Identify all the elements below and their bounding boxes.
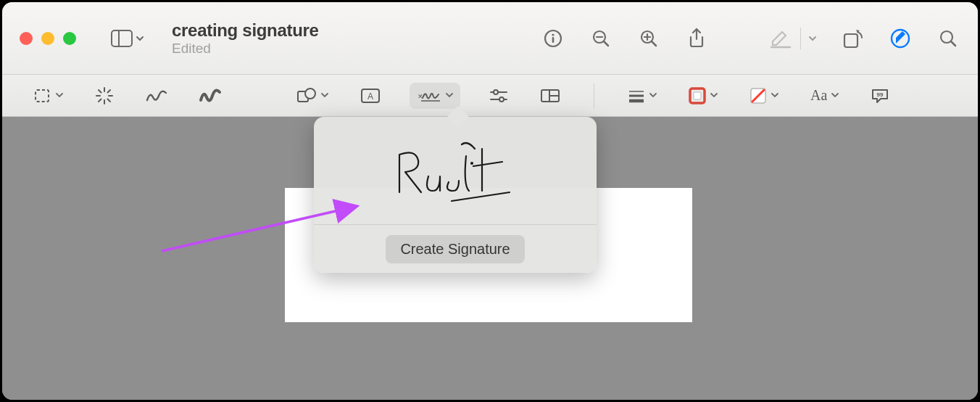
svg-line-26 (99, 99, 101, 102)
signature-glyph (386, 134, 524, 207)
search-icon (938, 28, 958, 49)
document-title-block: creating signature Edited (172, 20, 319, 57)
highlight-button[interactable] (768, 26, 793, 51)
close-window-button[interactable] (20, 32, 33, 45)
border-color-icon (689, 87, 706, 104)
svg-rect-4 (552, 37, 555, 43)
share-icon (687, 28, 706, 49)
document-status: Edited (172, 41, 319, 57)
canvas-area[interactable]: Create Signature (2, 117, 978, 400)
sign-button[interactable]: ✕ (410, 83, 460, 109)
svg-text:99: 99 (877, 91, 884, 98)
app-window: creating signature Edited (2, 2, 978, 400)
markup-toolbar: A ✕ (2, 75, 978, 117)
shapes-icon (296, 87, 317, 104)
svg-rect-18 (36, 90, 49, 102)
draw-icon (199, 89, 221, 103)
svg-line-23 (99, 90, 101, 93)
svg-line-25 (108, 90, 111, 93)
info-button[interactable] (541, 26, 565, 51)
svg-rect-14 (844, 34, 858, 47)
chevron-down-icon (771, 91, 778, 101)
sketch-button[interactable] (143, 83, 170, 109)
zoom-in-icon (639, 28, 659, 49)
line-weight-button[interactable] (625, 83, 660, 109)
svg-point-28 (305, 89, 315, 99)
sliders-icon (489, 89, 508, 103)
text-style-button[interactable]: Aa (807, 83, 842, 109)
divider (800, 28, 801, 49)
annotate-button[interactable]: 99 (868, 83, 892, 109)
sketch-icon (146, 89, 167, 103)
chevron-down-icon (56, 91, 63, 101)
draw-button[interactable] (196, 83, 224, 109)
chevron-down-icon (321, 91, 328, 101)
markup-button[interactable] (888, 26, 913, 51)
chevron-down-icon (649, 91, 657, 101)
minimize-window-button[interactable] (41, 32, 54, 45)
titlebar: creating signature Edited (2, 2, 978, 75)
shapes-button[interactable] (294, 83, 331, 109)
sidebar-toggle-button[interactable] (107, 27, 149, 50)
chevron-down-icon[interactable] (808, 34, 817, 43)
svg-point-36 (499, 97, 504, 102)
divider (594, 83, 594, 108)
fullscreen-window-button[interactable] (63, 32, 76, 45)
svg-line-17 (951, 41, 955, 46)
search-button[interactable] (936, 26, 960, 51)
annotate-icon: 99 (871, 88, 889, 104)
highlight-icon (770, 29, 792, 48)
zoom-in-button[interactable] (636, 26, 661, 51)
signature-popover: Create Signature (314, 117, 597, 273)
titlebar-actions (541, 26, 960, 51)
chevron-down-icon (710, 91, 718, 101)
create-signature-button[interactable]: Create Signature (386, 235, 524, 263)
document-title: creating signature (172, 20, 319, 41)
sidebar-icon (111, 30, 133, 47)
adjust-color-button[interactable] (486, 83, 511, 109)
signature-preview[interactable] (314, 117, 597, 225)
svg-line-24 (108, 99, 111, 102)
rotate-icon (842, 28, 863, 49)
fill-color-button[interactable] (747, 83, 781, 109)
selection-icon (34, 88, 51, 104)
selection-tool-button[interactable] (31, 83, 66, 109)
svg-rect-44 (694, 92, 701, 99)
chevron-down-icon (446, 91, 453, 101)
window-controls (20, 32, 76, 45)
signature-icon: ✕ (417, 88, 441, 104)
share-button[interactable] (684, 26, 709, 51)
rotate-button[interactable] (840, 26, 865, 51)
fill-color-icon (749, 87, 767, 104)
zoom-out-button[interactable] (589, 26, 613, 51)
chevron-down-icon (831, 91, 839, 101)
chevron-down-icon (136, 34, 144, 43)
svg-point-48 (471, 163, 473, 164)
text-box-icon: A (360, 88, 381, 104)
info-icon (543, 28, 563, 49)
svg-rect-0 (112, 30, 132, 46)
svg-point-34 (494, 90, 498, 94)
instant-alpha-button[interactable] (92, 83, 117, 109)
svg-text:A: A (368, 91, 373, 102)
svg-line-9 (652, 41, 656, 46)
zoom-out-icon (591, 28, 611, 49)
svg-line-6 (604, 41, 608, 46)
line-weight-icon (628, 89, 645, 102)
text-style-label: Aa (810, 87, 827, 104)
instant-alpha-icon (95, 86, 114, 105)
svg-point-3 (552, 33, 554, 36)
border-color-button[interactable] (686, 83, 721, 109)
text-box-button[interactable]: A (357, 83, 383, 109)
popover-footer: Create Signature (314, 225, 597, 273)
adjust-size-button[interactable] (537, 83, 563, 109)
adjust-size-icon (540, 89, 560, 103)
markup-icon (889, 28, 911, 49)
